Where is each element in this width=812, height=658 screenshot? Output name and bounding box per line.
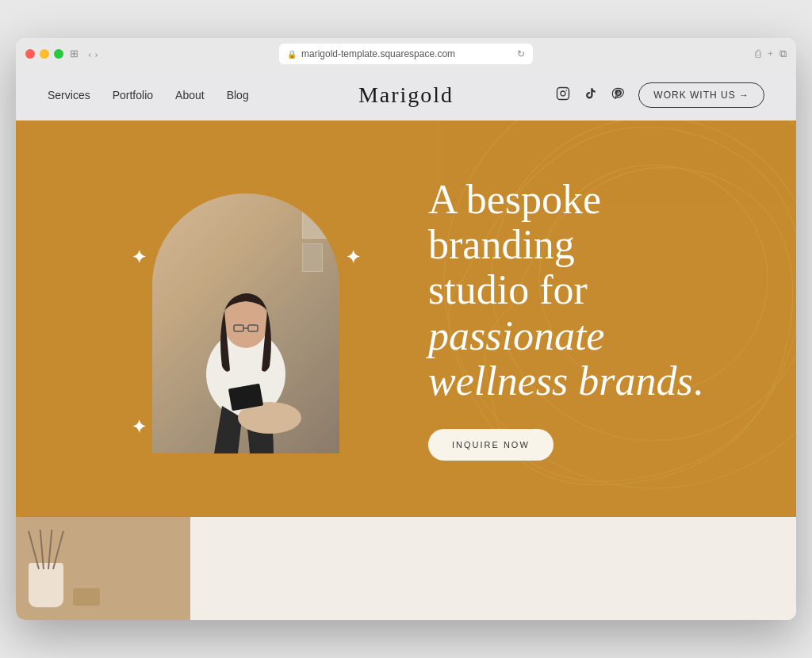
- maximize-button[interactable]: [54, 49, 63, 59]
- vase-body: [29, 563, 63, 607]
- bottom-strip: [16, 517, 796, 620]
- svg-point-2: [566, 90, 568, 91]
- share-icon[interactable]: ⎙: [755, 48, 761, 60]
- headline-italic: passionatewellness brands: [428, 313, 693, 404]
- svg-rect-0: [557, 87, 569, 99]
- forward-button[interactable]: ›: [94, 48, 98, 60]
- nav-right: WORK WITH US →: [556, 82, 764, 108]
- traffic-lights: [25, 49, 63, 59]
- bottom-decor: [29, 563, 100, 607]
- nav-about[interactable]: About: [175, 89, 205, 101]
- reed-stick: [48, 530, 52, 569]
- navbar: Services Portfolio About Blog Marigold: [16, 70, 796, 121]
- mac-window: ⊞ ‹ › 🔒 marigold-template.squarespace.co…: [16, 38, 796, 620]
- wall-frames: [302, 205, 327, 272]
- title-bar-right: ⎙ + ⧉: [755, 48, 787, 60]
- brand-title: Marigold: [358, 82, 454, 108]
- arch-photo: [152, 193, 339, 453]
- nav-links: Services Portfolio About Blog: [48, 89, 249, 101]
- reload-icon[interactable]: ↻: [517, 48, 525, 59]
- wall-frame-2: [302, 243, 323, 272]
- bottom-left: [16, 517, 190, 620]
- headline-text-2: studio for: [428, 267, 588, 312]
- reed-diffuser: [29, 563, 63, 607]
- nav-blog[interactable]: Blog: [227, 89, 249, 101]
- headline-text-1: A bespoke branding: [428, 177, 601, 267]
- nav-portfolio[interactable]: Portfolio: [113, 89, 153, 101]
- hero-right: A bespoke branding studio for passionate…: [396, 177, 796, 461]
- bottom-right: [190, 517, 796, 620]
- title-bar: ⊞ ‹ › 🔒 marigold-template.squarespace.co…: [16, 38, 796, 70]
- address-bar[interactable]: 🔒 marigold-template.squarespace.com ↻: [279, 44, 533, 64]
- pinterest-icon[interactable]: [611, 86, 624, 105]
- svg-point-1: [561, 91, 565, 96]
- reed-sticks: [38, 530, 54, 569]
- arch-frame: ✦ ✦ ✦: [143, 184, 349, 453]
- tiktok-icon[interactable]: [584, 86, 597, 105]
- navbar-container: Services Portfolio About Blog Marigold: [16, 70, 796, 121]
- window-icon[interactable]: ⊞: [70, 48, 79, 60]
- headline-period: .: [693, 358, 703, 404]
- instagram-icon[interactable]: [556, 86, 570, 105]
- work-with-us-button[interactable]: WORK WITH US →: [638, 82, 764, 108]
- candle-dish: [73, 588, 100, 606]
- hero-left: ✦ ✦ ✦: [95, 184, 396, 453]
- close-button[interactable]: [25, 49, 35, 59]
- hero-headline: A bespoke branding studio for passionate…: [428, 177, 749, 404]
- back-button[interactable]: ‹: [88, 48, 91, 60]
- inquire-button[interactable]: INQUIRE NOW: [428, 429, 553, 461]
- url-text: marigold-template.squarespace.com: [301, 48, 455, 59]
- wall-frame-1: [302, 205, 327, 239]
- nav-services[interactable]: Services: [48, 89, 90, 101]
- new-tab-icon[interactable]: +: [768, 48, 773, 60]
- lock-icon: 🔒: [287, 50, 297, 59]
- tabs-icon[interactable]: ⧉: [779, 48, 787, 60]
- minimize-button[interactable]: [40, 49, 49, 59]
- hero-section: ✦ ✦ ✦: [16, 121, 796, 517]
- reed-stick: [40, 530, 44, 569]
- browser-nav-controls: ‹ ›: [88, 48, 98, 60]
